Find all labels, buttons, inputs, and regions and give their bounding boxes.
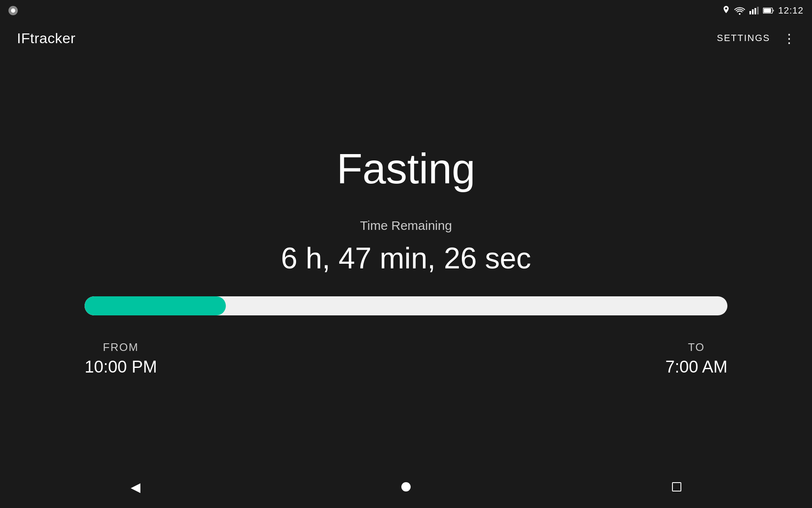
svg-point-0 [739, 13, 741, 15]
to-time-block: TO 7:00 AM [665, 341, 727, 376]
svg-rect-2 [752, 9, 754, 14]
svg-rect-6 [764, 8, 771, 13]
time-remaining-label: Time Remaining [360, 218, 452, 233]
home-icon [401, 482, 411, 491]
from-label: FROM [103, 341, 139, 354]
from-time-block: FROM 10:00 PM [85, 341, 157, 376]
nav-bar: ◀ [0, 466, 812, 508]
status-bar-left [8, 6, 18, 15]
app-title: IFtracker [17, 30, 76, 47]
time-remaining-value: 6 h, 47 min, 26 sec [281, 241, 531, 275]
main-content: Fasting Time Remaining 6 h, 47 min, 26 s… [0, 55, 812, 466]
settings-button[interactable]: SETTINGS [717, 33, 770, 44]
status-bar-right: 12:12 [722, 5, 804, 16]
signal-icon [749, 7, 759, 14]
back-button[interactable]: ◀ [114, 473, 157, 501]
status-bar: 12:12 [0, 0, 812, 21]
time-range: FROM 10:00 PM TO 7:00 AM [85, 341, 727, 376]
location-icon [722, 6, 730, 15]
from-value: 10:00 PM [85, 357, 157, 376]
home-button[interactable] [384, 476, 428, 498]
svg-rect-4 [757, 7, 759, 14]
progress-bar-container [85, 296, 727, 315]
svg-rect-1 [749, 11, 751, 14]
recording-icon [8, 6, 18, 15]
back-icon: ◀ [131, 480, 140, 494]
recent-icon [672, 482, 681, 491]
status-time: 12:12 [778, 5, 804, 16]
to-value: 7:00 AM [665, 357, 727, 376]
progress-bar-fill [85, 296, 226, 315]
wifi-icon [734, 6, 745, 15]
fasting-title: Fasting [337, 144, 475, 193]
to-label: TO [688, 341, 705, 354]
battery-icon [763, 8, 774, 14]
recent-button[interactable] [655, 476, 698, 498]
recording-dot [11, 8, 15, 13]
more-menu-button[interactable]: ⋮ [783, 31, 795, 46]
app-bar: IFtracker SETTINGS ⋮ [0, 21, 812, 55]
app-bar-actions: SETTINGS ⋮ [717, 31, 795, 46]
svg-rect-3 [754, 8, 756, 14]
